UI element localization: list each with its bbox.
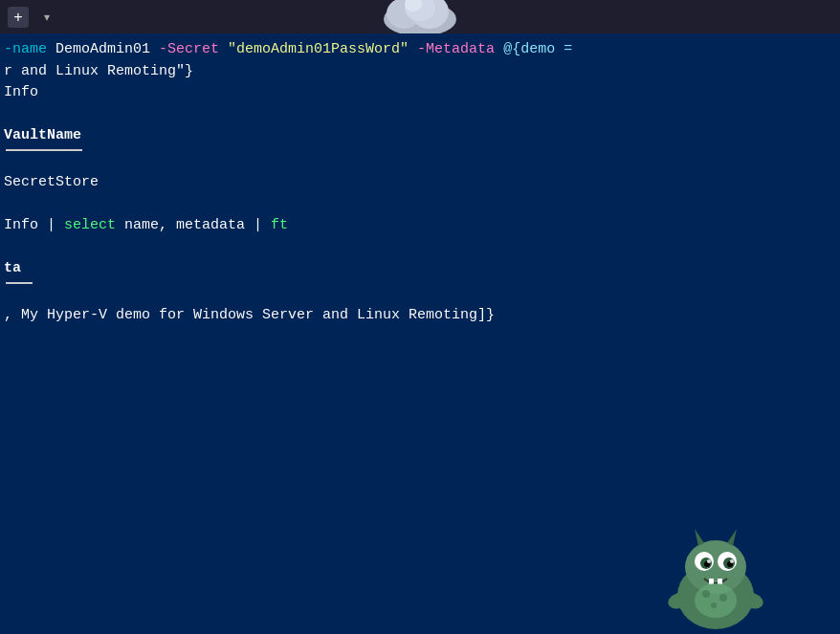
terminal-line-blank1 [4,104,836,126]
line2-text: r and Linux Remoting"} [4,61,193,83]
svg-point-24 [711,602,717,608]
vaultname-header: VaultName [4,125,82,147]
top-bar: + ▾ [0,0,840,33]
terminal-area: -name DemoAdmin01 -Secret "demoAdmin01Pa… [0,33,840,634]
svg-point-13 [707,559,711,563]
terminal-content: -name DemoAdmin01 -Secret "demoAdmin01Pa… [0,39,840,327]
info-keyword: Info [4,215,38,237]
terminal-line-blank5 [4,284,836,306]
svg-point-22 [702,590,710,598]
cloud-logo-svg [377,0,463,38]
metadata-header: ta [4,258,33,280]
param-password: "demoAdmin01PassWord" [219,39,417,61]
secretstore-value: SecretStore [4,172,99,194]
ft-keyword: ft [271,215,288,237]
flag-metadata: -Metadata [417,39,495,61]
terminal-line-2: r and Linux Remoting"} [4,61,836,83]
svg-rect-15 [709,579,714,584]
svg-point-14 [730,559,734,563]
vaultname-underline [6,149,82,151]
svg-marker-17 [695,529,704,546]
result-text: , My Hyper-V demo for Windows Server and… [4,305,495,327]
terminal-line-3: Info [4,82,836,104]
select-params: name, metadata [116,215,254,237]
plus-icon: + [13,9,22,26]
svg-rect-16 [718,579,722,584]
terminal-line-result: , My Hyper-V demo for Windows Server and… [4,305,836,327]
flag-name: -name [4,39,47,61]
svg-marker-18 [727,529,737,546]
svg-point-23 [719,594,727,601]
info-label: Info [4,82,38,104]
svg-point-21 [695,583,737,618]
terminal-line-ta: ta [4,258,836,284]
param-demoadmin: DemoAdmin01 [47,39,159,61]
terminal-line-blank2 [4,151,836,173]
select-keyword: select [64,215,116,237]
pipe1: | [38,215,64,237]
terminal-line-blank4 [4,237,836,259]
tab-dropdown-button[interactable]: ▾ [36,7,57,28]
pipe2: | [254,215,271,237]
terminal-line-select: Info | select name, metadata | ft [4,215,836,237]
terminal-line-blank3 [4,194,836,216]
mascot-container [630,519,802,634]
terminal-line-1: -name DemoAdmin01 -Secret "demoAdmin01Pa… [4,39,836,61]
chevron-down-icon: ▾ [44,11,50,24]
mascot-svg [649,519,783,634]
param-metadata-val: @{demo = [495,39,572,61]
new-tab-button[interactable]: + [8,7,29,28]
terminal-line-vaultname: VaultName [4,125,836,151]
terminal-line-secretstore: SecretStore [4,172,836,194]
flag-secret: -Secret [159,39,219,61]
